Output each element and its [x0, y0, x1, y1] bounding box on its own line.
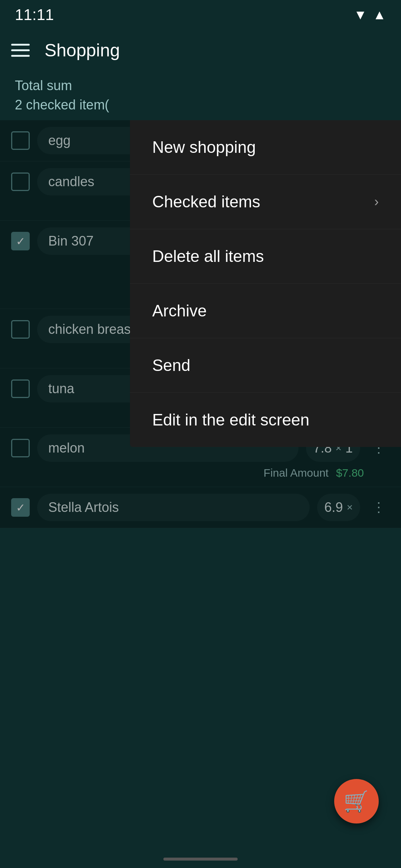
menu-item-label: Send	[152, 356, 190, 375]
menu-item-label: Delete all items	[152, 247, 264, 266]
menu-item-label: Checked items	[152, 193, 260, 211]
chevron-right-icon: ›	[374, 194, 379, 210]
hamburger-menu[interactable]	[11, 39, 33, 61]
menu-item-label: Archive	[152, 302, 207, 320]
fab-button[interactable]: 🛒	[334, 779, 379, 823]
menu-item-label: Edit in the edit screen	[152, 411, 309, 429]
main-content: egg candles 10.6 × 1 ⋮ Final Amount $10.…	[0, 120, 401, 528]
status-icons: ▼ ▲	[354, 7, 386, 23]
menu-item-edit-screen[interactable]: Edit in the edit screen	[130, 393, 401, 447]
hamburger-line-2	[11, 49, 30, 51]
checked-items-label: 2 checked item(	[15, 97, 386, 113]
dropdown-menu: New shopping Checked items › Delete all …	[130, 120, 401, 447]
menu-item-label: New shopping	[152, 138, 256, 157]
menu-item-checked-items[interactable]: Checked items ›	[130, 175, 401, 229]
cart-icon: 🛒	[343, 789, 369, 813]
menu-item-send[interactable]: Send	[130, 338, 401, 393]
menu-item-new-shopping[interactable]: New shopping	[130, 120, 401, 175]
status-bar: 11:11 ▼ ▲	[0, 0, 401, 30]
time-display: 11:11	[15, 6, 54, 24]
hamburger-line-3	[11, 55, 30, 57]
wifi-icon: ▼	[354, 7, 367, 23]
hamburger-line-1	[11, 44, 30, 46]
menu-item-archive[interactable]: Archive	[130, 284, 401, 338]
summary-section: Total sum 2 checked item(	[0, 70, 401, 120]
app-bar: Shopping	[0, 30, 401, 70]
menu-item-delete-all[interactable]: Delete all items	[130, 229, 401, 284]
total-sum-label: Total sum	[15, 78, 386, 93]
app-title: Shopping	[45, 40, 120, 60]
home-indicator	[163, 858, 238, 861]
signal-icon: ▲	[373, 7, 386, 23]
